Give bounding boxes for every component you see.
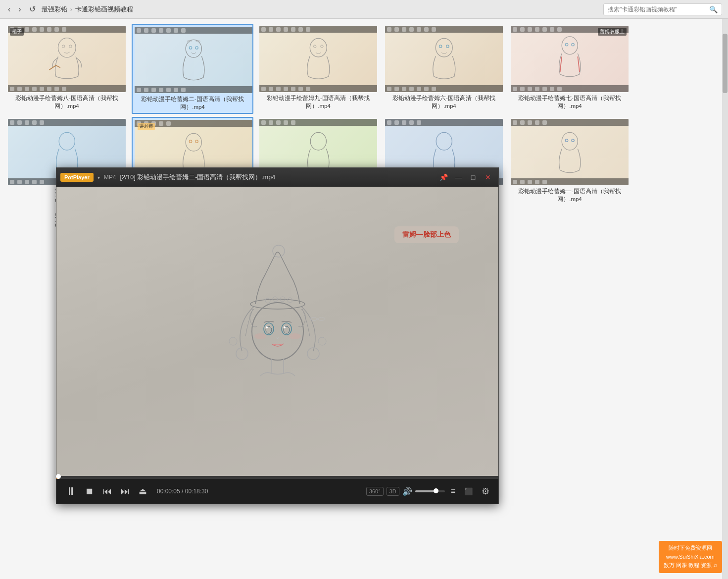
volume-fill: [415, 490, 436, 492]
time-separator: /: [182, 488, 185, 495]
right-controls: 360° 3D 🔊 ≡ ⬛ ⚙: [366, 484, 492, 499]
list-item[interactable]: 彩铅动漫手绘蕾姆二-国语高清（我帮找网）.mp4: [132, 24, 253, 114]
svg-point-10: [439, 45, 441, 48]
potplayer-logo[interactable]: PotPlayer: [60, 173, 94, 182]
thumbnail: [385, 26, 503, 92]
svg-point-0: [58, 38, 76, 57]
progress-handle[interactable]: [56, 474, 61, 479]
svg-point-37: [254, 333, 266, 339]
annotation-bubble: 雷姆—脸部上色: [394, 226, 459, 243]
svg-point-19: [310, 132, 326, 150]
thumbnail: [135, 27, 252, 93]
thumbnail: 蕾姆衣服上: [511, 26, 629, 92]
svg-point-1: [62, 45, 64, 48]
vertical-scrollbar[interactable]: [722, 19, 728, 579]
thumbnail-image: [135, 27, 252, 93]
file-name-label: 彩铅动漫手绘蕾姆六-国语高清（我帮找网）.mp4: [385, 94, 503, 110]
svg-point-30: [252, 303, 303, 360]
svg-point-16: [186, 133, 201, 151]
list-item[interactable]: 彩铅动漫手绘蕾姆六-国语高清（我帮找网）.mp4: [383, 24, 505, 114]
play-pause-button[interactable]: ⏸: [62, 483, 79, 500]
progress-bar[interactable]: [56, 476, 498, 479]
top-navigation-bar: ‹ › ↺ 最强彩铅 › 卡通彩铅画视频教程 🔍: [0, 0, 728, 19]
thumbnail-image: 稻子: [8, 26, 126, 92]
prev-button[interactable]: ⏮: [100, 484, 115, 499]
list-item[interactable]: 蕾姆衣服上 彩铅动漫手绘蕾姆七-国语高清（我帮找网）.mp4: [509, 24, 631, 114]
svg-point-11: [446, 45, 448, 48]
svg-point-5: [195, 47, 198, 49]
search-icon[interactable]: 🔍: [709, 5, 718, 13]
thumbnail: [259, 26, 377, 92]
file-name-label: 彩铅动漫手绘蕾姆七-国语高清（我帮找网）.mp4: [511, 94, 629, 110]
scrollbar-thumb[interactable]: [723, 34, 728, 93]
svg-point-17: [189, 140, 192, 142]
file-name-label: 彩铅动漫手绘蕾姆一-国语高清（我帮找网）.mp4: [511, 187, 629, 203]
svg-point-6: [310, 39, 327, 57]
svg-point-38: [289, 333, 301, 339]
next-button[interactable]: ⏭: [118, 484, 133, 499]
breadcrumb-separator: ›: [70, 5, 72, 13]
svg-point-9: [436, 39, 452, 57]
anime-sketch-icon: [26, 32, 108, 85]
watermark-line2: www.SuiShiXia.com: [664, 553, 717, 562]
svg-point-15: [59, 132, 75, 150]
titlebar-buttons: 📌 — □ ✕: [437, 172, 494, 183]
stop-button[interactable]: ⏹: [82, 484, 97, 499]
anime-drawing: [184, 227, 372, 435]
volume-slider[interactable]: [415, 490, 445, 492]
thumbnail-image: [511, 119, 629, 185]
svg-point-40: [307, 348, 319, 360]
settings-button[interactable]: ⚙: [479, 484, 492, 499]
svg-point-42: [318, 337, 326, 345]
anime-sketch-icon: [529, 126, 611, 179]
svg-point-18: [195, 140, 198, 142]
breadcrumb-home[interactable]: 最强彩铅: [42, 5, 67, 14]
close-button[interactable]: ✕: [482, 172, 494, 183]
svg-point-23: [572, 139, 574, 141]
watermark-line3: 数万 网课 教程 资源 ♫: [664, 561, 717, 570]
search-input[interactable]: [608, 6, 706, 13]
svg-point-8: [320, 45, 323, 48]
pin-button[interactable]: 📌: [437, 172, 450, 183]
badge-3d[interactable]: 3D: [387, 487, 399, 496]
time-total: 00:18:30: [185, 488, 208, 495]
svg-point-31: [264, 323, 274, 335]
list-item[interactable]: 稻子 彩铅动漫手绘蕾姆八-国语高清（我帮找网）.mp4: [6, 24, 128, 114]
nav-back-button[interactable]: ‹: [6, 4, 12, 15]
thumbnail: 稻子: [8, 26, 126, 92]
svg-point-21: [562, 132, 578, 150]
maximize-button[interactable]: □: [467, 172, 480, 183]
watermark: 随时下免费资源网 www.SuiShiXia.com 数万 网课 教程 资源 ♫: [659, 541, 722, 573]
eject-button[interactable]: ⏏: [136, 484, 150, 499]
caption-button[interactable]: ⬛: [461, 485, 476, 497]
svg-point-25: [265, 298, 270, 303]
file-name-label: 彩铅动漫手绘蕾姆九-国语高清（我帮找网）.mp4: [259, 94, 377, 110]
potplayer-dropdown-arrow[interactable]: ▾: [97, 175, 100, 180]
volume-icon[interactable]: 🔊: [402, 487, 412, 496]
potplayer-controls: ⏸ ⏹ ⏮ ⏭ ⏏ 00:00:05 / 00:18:30 360: [56, 476, 498, 504]
search-bar: 🔍: [603, 3, 722, 15]
svg-point-24: [250, 299, 305, 309]
svg-point-4: [189, 47, 192, 49]
list-item[interactable]: 彩铅动漫手绘蕾姆九-国语高清（我帮找网）.mp4: [257, 24, 379, 114]
watermark-line1: 随时下免费资源网: [664, 544, 717, 553]
svg-point-39: [236, 348, 248, 360]
svg-point-13: [565, 44, 568, 46]
list-item[interactable]: 彩铅动漫手绘蕾姆一-国语高清（我帮找网）.mp4: [509, 117, 631, 205]
svg-point-7: [313, 45, 316, 48]
svg-point-20: [436, 132, 452, 150]
nav-forward-button[interactable]: ›: [16, 4, 23, 15]
time-display: 00:00:05 / 00:18:30: [157, 488, 208, 495]
svg-point-2: [69, 45, 71, 48]
volume-handle[interactable]: [434, 488, 438, 493]
thumbnail-image: 蕾姆衣服上: [511, 26, 629, 92]
minimize-button[interactable]: —: [452, 172, 465, 183]
playlist-button[interactable]: ≡: [448, 485, 458, 498]
potplayer-window: PotPlayer ▾ MP4 [2/10] 彩铅动漫手绘蕾姆二-国语高清（我帮…: [56, 167, 499, 504]
video-area[interactable]: 雷姆—脸部上色: [56, 187, 498, 476]
svg-point-29: [273, 245, 285, 257]
badge-360[interactable]: 360°: [366, 487, 384, 496]
main-content: 稻子 彩铅动漫手绘蕾姆八-国语高清（我帮找网）.mp4: [0, 19, 728, 579]
file-grid-row1: 稻子 彩铅动漫手绘蕾姆八-国语高清（我帮找网）.mp4: [0, 19, 728, 114]
refresh-button[interactable]: ↺: [27, 3, 38, 15]
